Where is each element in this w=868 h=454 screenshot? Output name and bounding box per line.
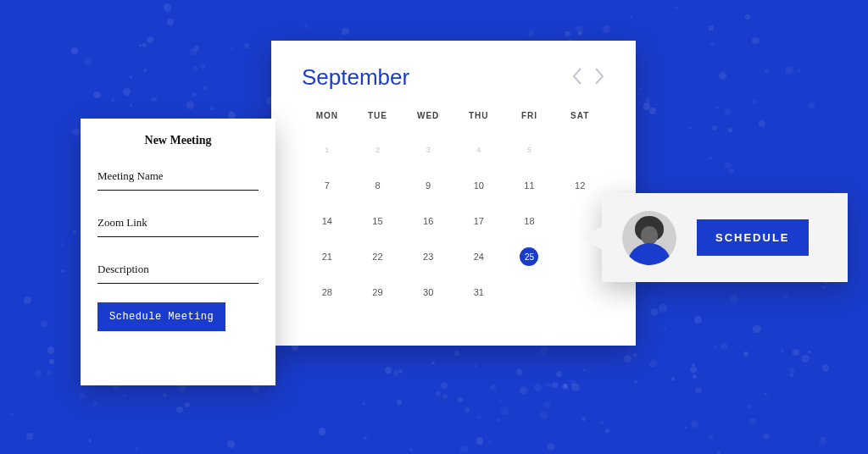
calendar-day [554, 274, 605, 310]
prev-month-button[interactable] [571, 67, 583, 89]
calendar-day[interactable]: 11 [504, 168, 555, 203]
zoom-link-input[interactable]: Zoom Link [97, 209, 259, 237]
calendar-grid: MONTUEWEDTHUFRISAT 123457891011121415161… [302, 111, 605, 310]
calendar-day [554, 132, 605, 168]
calendar-day[interactable]: 12 [554, 168, 605, 203]
weekday-label: TUE [353, 111, 403, 132]
weekday-label: THU [453, 111, 504, 132]
calendar-day[interactable]: 5 [504, 132, 555, 168]
description-input[interactable]: Description [97, 256, 259, 284]
calendar-day[interactable]: 17 [453, 203, 504, 239]
calendar-day[interactable]: 4 [453, 132, 504, 168]
calendar-panel: September MONTUEWEDTHUFRISAT 12345789101… [271, 41, 636, 346]
calendar-day[interactable]: 9 [403, 168, 453, 203]
calendar-day [504, 274, 555, 310]
calendar-day[interactable]: 28 [302, 274, 353, 310]
weekday-label: MON [302, 111, 353, 132]
next-month-button[interactable] [593, 67, 605, 89]
schedule-meeting-button[interactable]: Schedule Meeting [97, 302, 225, 331]
calendar-day[interactable]: 1 [302, 132, 353, 168]
calendar-day[interactable]: 3 [403, 132, 453, 168]
calendar-day[interactable]: 15 [353, 203, 403, 239]
schedule-popover: SCHEDULE [602, 193, 848, 282]
chevron-right-icon [593, 67, 605, 86]
avatar-icon [622, 211, 676, 265]
calendar-day[interactable]: 24 [453, 239, 504, 274]
calendar-day[interactable]: 14 [302, 203, 353, 239]
calendar-day[interactable]: 16 [403, 203, 453, 239]
calendar-day[interactable]: 29 [353, 274, 403, 310]
calendar-day[interactable]: 7 [302, 168, 353, 203]
chevron-left-icon [571, 67, 583, 86]
calendar-day[interactable]: 23 [403, 239, 453, 274]
calendar-day-selected[interactable]: 25 [520, 247, 538, 266]
new-meeting-form: New Meeting Meeting Name Zoom Link Descr… [81, 119, 275, 385]
calendar-day[interactable]: 18 [504, 203, 555, 239]
weekday-label: WED [403, 111, 453, 132]
meeting-name-input[interactable]: Meeting Name [97, 163, 259, 191]
schedule-button[interactable]: SCHEDULE [697, 219, 809, 256]
calendar-day[interactable]: 21 [302, 239, 353, 274]
form-title: New Meeting [97, 134, 259, 147]
calendar-month-label: September [302, 64, 409, 91]
calendar-day[interactable]: 31 [453, 274, 504, 310]
calendar-day[interactable]: 10 [453, 168, 504, 203]
calendar-day[interactable]: 30 [403, 274, 453, 310]
weekday-label: SAT [554, 111, 605, 132]
calendar-day[interactable]: 22 [353, 239, 403, 274]
calendar-day[interactable]: 25 [504, 239, 555, 274]
weekday-label: FRI [504, 111, 555, 132]
calendar-day[interactable]: 8 [353, 168, 403, 203]
calendar-day[interactable]: 2 [353, 132, 403, 168]
